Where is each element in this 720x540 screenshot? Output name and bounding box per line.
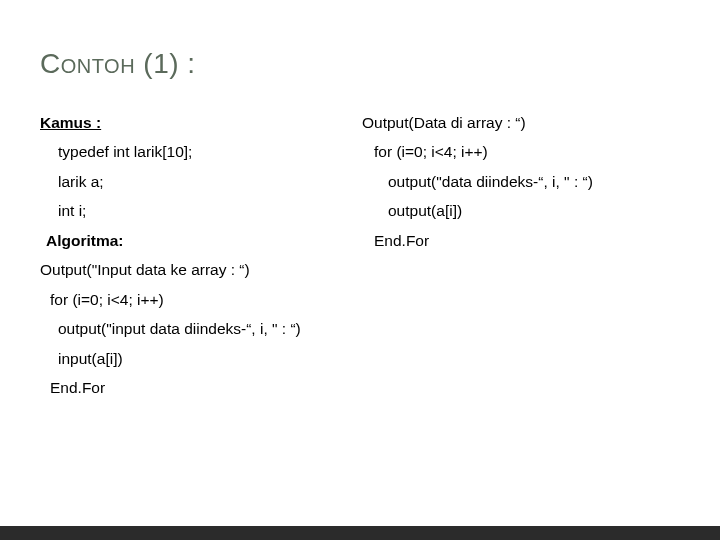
bottom-bar (0, 526, 720, 540)
output-ai-line: output(a[i]) (362, 196, 680, 225)
title-word: Contoh (40, 48, 135, 79)
output-data-index-line: output("data diindeks-“, i, " : “) (362, 167, 680, 196)
typedef-line: typedef int larik[10]; (40, 137, 362, 166)
kamus-heading: Kamus : (40, 114, 101, 131)
algoritma-heading: Algoritma: (40, 226, 362, 255)
output-data-title-line: Output(Data di array : “) (362, 114, 526, 131)
slide-title: Contoh (1) : (40, 48, 196, 80)
title-suffix: (1) : (135, 48, 196, 79)
input-ai-line: input(a[i]) (40, 344, 362, 373)
right-column: Output(Data di array : “) for (i=0; i<4;… (362, 108, 680, 402)
endfor-left: End.For (40, 373, 362, 402)
for-line-left: for (i=0; i<4; i++) (40, 285, 362, 314)
output-input-index-line: output("input data diindeks-“, i, " : “) (40, 314, 362, 343)
int-i-line: int i; (40, 196, 362, 225)
larik-a-line: larik a; (40, 167, 362, 196)
endfor-right: End.For (362, 226, 680, 255)
left-column: Kamus : typedef int larik[10]; larik a; … (40, 108, 362, 402)
slide-content: Kamus : typedef int larik[10]; larik a; … (40, 108, 680, 402)
output-input-title-line: Output("Input data ke array : “) (40, 261, 250, 278)
for-line-right: for (i=0; i<4; i++) (362, 137, 680, 166)
